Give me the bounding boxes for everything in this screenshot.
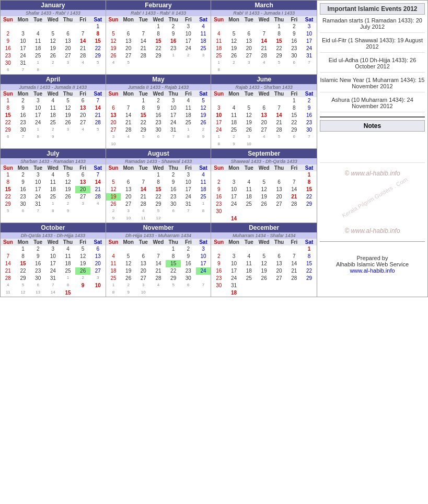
day-cell: 29 <box>151 52 166 60</box>
dh-thu: Thu <box>61 239 76 245</box>
footer-link[interactable]: www.al-habib.info <box>350 267 395 274</box>
day-cell: 29 <box>302 275 317 282</box>
dh-thu: Thu <box>166 16 181 23</box>
day-cell: 3 <box>61 126 76 134</box>
watermark1: © www.al-habib.info <box>320 168 425 179</box>
day-cell: 10 <box>211 112 226 119</box>
dh-mon: Mon <box>121 16 136 23</box>
dh-tue: Tue <box>241 165 257 171</box>
day-cell: 15 <box>302 186 317 193</box>
day-cell: 18 <box>226 289 241 297</box>
month-may: May Jumada II 1433 - Rajab 1433 Sun Mon … <box>106 75 212 148</box>
day-cell: 7 <box>286 253 302 260</box>
day-cell: 24 <box>226 275 241 282</box>
day-cell: 21 <box>272 119 287 126</box>
day-cell: 31 <box>16 60 31 67</box>
day-cell: 25 <box>45 193 61 201</box>
day-cell: 21 <box>75 45 90 52</box>
dh-mon: Mon <box>121 165 136 171</box>
dh-sat: Sat <box>302 239 317 245</box>
dh-thu: Thu <box>272 239 287 245</box>
watermark2: © www.al-habib.info <box>320 226 425 236</box>
march-hijri: Rabi' II 1433 - Jumada I 1433 <box>211 10 317 16</box>
events-section: Ramadan starts (1 Ramadan 1433): 20 July… <box>320 17 425 112</box>
day-cell: 26 <box>226 52 241 60</box>
day-cell <box>61 23 76 30</box>
day-cell: 12 <box>75 253 90 260</box>
dh-mon: Mon <box>226 165 241 171</box>
day-cell <box>272 245 287 253</box>
day-cell: 28 <box>90 119 106 126</box>
day-cell: 12 <box>257 260 272 267</box>
day-cell: 13 <box>61 38 76 45</box>
day-cell: 3 <box>136 282 151 289</box>
dh-thu: Thu <box>272 90 287 97</box>
day-cell: 19 <box>257 267 272 275</box>
day-cell: 13 <box>75 104 90 112</box>
day-cell <box>106 245 121 253</box>
day-cell: 30 <box>166 201 181 208</box>
day-cell <box>61 134 76 141</box>
day-cell: 3 <box>90 275 106 282</box>
day-cell: 9 <box>166 179 181 186</box>
day-cell: 5 <box>166 282 181 289</box>
day-cell: 3 <box>196 52 211 60</box>
dh-thu: Thu <box>61 90 76 97</box>
day-cell <box>272 289 287 297</box>
day-cell <box>302 208 317 215</box>
day-cell <box>151 141 166 148</box>
day-cell: 26 <box>241 126 257 134</box>
day-cell: 7 <box>136 179 151 186</box>
dh-mon: Mon <box>121 239 136 245</box>
day-cell: 20 <box>241 45 257 52</box>
july-hijri: Sha'ban 1433 - Ramadan 1433 <box>1 158 106 165</box>
day-cell: 19 <box>226 45 241 52</box>
day-cell: 6 <box>166 208 181 215</box>
day-cell <box>286 282 302 289</box>
day-cell: 14 <box>90 104 106 112</box>
day-cell: 29 <box>302 201 317 208</box>
dh-sat: Sat <box>90 90 106 97</box>
day-cell: 10 <box>181 30 196 38</box>
day-cell <box>241 23 257 30</box>
day-cell: 1 <box>1 97 16 104</box>
day-cell: 11 <box>45 104 61 112</box>
day-cell: 14 <box>75 38 90 45</box>
day-cell: 6 <box>257 104 272 112</box>
dh-wed: Wed <box>151 16 166 23</box>
day-cell: 11 <box>136 215 151 222</box>
day-cell <box>302 215 317 222</box>
day-cell: 30 <box>30 275 45 282</box>
day-cell: 17 <box>166 112 181 119</box>
day-cell: 15 <box>61 289 76 297</box>
dh-fri: Fri <box>75 165 90 171</box>
dh-sun: Sun <box>211 239 226 245</box>
day-cell: 13 <box>121 38 136 45</box>
day-cell <box>166 141 181 148</box>
day-cell: 18 <box>30 45 45 52</box>
day-cell: 17 <box>196 260 211 267</box>
dh-sat: Sat <box>302 90 317 97</box>
day-cell: 4 <box>121 134 136 141</box>
day-cell: 26 <box>106 52 121 60</box>
day-cell: 4 <box>45 97 61 104</box>
day-cell: 7 <box>286 179 302 186</box>
day-cell: 25 <box>211 52 226 60</box>
day-cell <box>272 97 287 104</box>
day-cell <box>196 289 211 297</box>
day-cell: 9 <box>211 186 226 193</box>
day-cell: 23 <box>211 201 226 208</box>
event-eid-adha: Eid ul-Adha (10 Dh-Hijja 1433): 26 Octob… <box>320 57 425 73</box>
month-march: March Rabi' II 1433 - Jumada I 1433 Sun … <box>211 1 317 74</box>
day-cell: 5 <box>226 30 241 38</box>
event-eid-fitr: Eid ul-Fitr (1 Shawwal 1433): 19 August … <box>320 37 425 53</box>
day-cell: 24 <box>30 119 45 126</box>
dh-thu: Thu <box>61 165 76 171</box>
day-cell: 14 <box>226 215 241 222</box>
day-cell: 3 <box>302 23 317 30</box>
day-cell: 10 <box>30 179 45 186</box>
dh-sun: Sun <box>1 90 16 97</box>
diagonal-watermark-container: Kerala Pilgrim Guiders . Com <box>320 179 425 220</box>
day-cell: 4 <box>90 201 106 208</box>
day-cell: 2 <box>151 97 166 104</box>
